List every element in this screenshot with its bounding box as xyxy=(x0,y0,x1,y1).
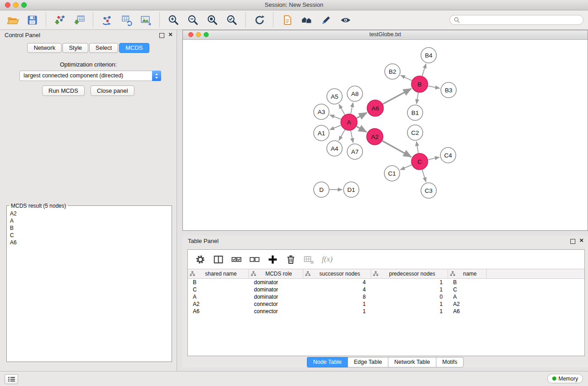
function-builder-button[interactable]: f(x) xyxy=(322,255,333,264)
import-network-file-button[interactable] xyxy=(52,12,68,28)
column-header[interactable]: name xyxy=(448,269,487,278)
close-window-button[interactable] xyxy=(5,2,10,8)
network-node-label: A7 xyxy=(351,148,359,155)
network-edge[interactable] xyxy=(428,86,440,88)
column-header[interactable]: successor nodes xyxy=(303,269,371,278)
show-columns-icon[interactable] xyxy=(213,254,224,265)
table-cell: 4 xyxy=(303,279,371,286)
network-view-window: testGlobe.txt B4B2BB3A8A5A6B1A3AC2A1A2A4… xyxy=(182,30,588,231)
main-toolbar xyxy=(0,10,588,30)
network-edge[interactable] xyxy=(428,157,440,160)
run-mcds-button[interactable]: Run MCDS xyxy=(42,86,85,96)
zoom-in-button[interactable] xyxy=(165,12,182,28)
zoom-out-icon xyxy=(187,14,199,26)
table-row[interactable]: Adominator80A xyxy=(188,293,584,300)
open-folder-icon xyxy=(7,14,19,26)
close-table-panel-button[interactable]: × xyxy=(579,236,583,244)
column-header[interactable]: shared name xyxy=(188,269,249,278)
unselect-all-icon[interactable] xyxy=(249,254,260,265)
minimize-window-button[interactable] xyxy=(13,2,19,8)
tab-style[interactable]: Style xyxy=(62,43,88,53)
float-panel-button[interactable] xyxy=(159,33,164,38)
titlebar: Session: New Session xyxy=(0,0,588,10)
memory-button[interactable]: Memory xyxy=(547,374,583,383)
tab-motifs[interactable]: Motifs xyxy=(436,357,464,367)
delete-column-icon[interactable] xyxy=(286,254,296,265)
network-edge[interactable] xyxy=(351,131,353,143)
select-all-icon[interactable] xyxy=(231,254,242,265)
network-edge[interactable] xyxy=(339,130,345,141)
network-edge[interactable] xyxy=(330,115,341,119)
network-edge[interactable] xyxy=(422,170,426,182)
criterion-dropdown[interactable]: largest connected component (directed) xyxy=(19,71,161,81)
export-image-button[interactable] xyxy=(138,12,154,28)
save-session-button[interactable] xyxy=(24,12,40,28)
column-header[interactable]: predecessor nodes xyxy=(371,269,448,278)
tab-node-table[interactable]: Node Table xyxy=(307,357,348,367)
table-cell: 1 xyxy=(303,308,371,315)
search-input[interactable] xyxy=(462,16,579,24)
add-column-icon[interactable] xyxy=(268,254,278,265)
network-close-button[interactable] xyxy=(188,32,193,37)
network-edge[interactable] xyxy=(339,104,345,114)
import-network-database-button[interactable] xyxy=(99,12,115,28)
network-node-label: A8 xyxy=(351,91,359,97)
network-node-label: B2 xyxy=(389,68,397,75)
open-session-button[interactable] xyxy=(5,12,21,28)
list-icon xyxy=(8,376,15,382)
memory-status-icon xyxy=(552,376,556,381)
zoom-fit-button[interactable] xyxy=(204,12,220,28)
tab-network[interactable]: Network xyxy=(27,43,62,53)
network-window-title: testGlobe.txt xyxy=(183,30,588,39)
network-node-label: A6 xyxy=(372,105,379,112)
network-edge[interactable] xyxy=(416,142,418,153)
apply-style-button[interactable] xyxy=(318,12,334,28)
zoom-out-button[interactable] xyxy=(185,12,201,28)
maximize-window-button[interactable] xyxy=(21,2,27,8)
network-edge[interactable] xyxy=(357,126,367,132)
network-edge[interactable] xyxy=(400,165,411,170)
network-node-label: A5 xyxy=(331,93,339,100)
column-header[interactable]: MCDS role xyxy=(249,269,303,278)
close-panel-button[interactable]: × xyxy=(168,30,172,38)
network-edge[interactable] xyxy=(401,75,412,81)
tab-edge-table[interactable]: Edge Table xyxy=(348,357,388,367)
table-header-row: shared nameMCDS rolesuccessor nodesprede… xyxy=(188,269,584,279)
table-row[interactable]: Cdominator41C xyxy=(188,286,584,293)
network-edge[interactable] xyxy=(357,113,367,118)
close-mcds-panel-button[interactable]: Close panel xyxy=(91,86,134,96)
table-row[interactable]: A6connector11A6 xyxy=(188,308,584,315)
network-edge[interactable] xyxy=(330,125,341,130)
network-edge[interactable] xyxy=(382,141,411,157)
network-edge[interactable] xyxy=(416,93,418,104)
network-edge[interactable] xyxy=(383,89,411,104)
network-node-label: C3 xyxy=(425,187,432,194)
network-node-label: C1 xyxy=(388,170,396,177)
float-table-panel-button[interactable] xyxy=(570,239,575,244)
window-title: Session: New Session xyxy=(0,0,588,10)
network-maximize-button[interactable] xyxy=(204,32,209,37)
task-history-button[interactable] xyxy=(5,374,18,384)
network-canvas[interactable]: B4B2BB3A8A5A6B1A3AC2A1A2A4A7C4CC1C3DD1 xyxy=(183,40,588,231)
show-hide-button[interactable] xyxy=(337,12,354,28)
tab-network-table[interactable]: Network Table xyxy=(388,357,436,367)
mcds-result-item: A xyxy=(10,217,168,224)
gear-icon[interactable] xyxy=(195,254,206,265)
table-row[interactable]: A2connector11A2 xyxy=(188,300,584,308)
apply-layout-button[interactable] xyxy=(251,12,268,28)
tab-mcds[interactable]: MCDS xyxy=(119,43,149,53)
search-box[interactable] xyxy=(449,15,583,25)
home-button[interactable] xyxy=(298,12,315,28)
network-edge[interactable] xyxy=(422,64,426,76)
table-cell: connector xyxy=(249,300,303,308)
table-panel-tabs: Node TableEdge TableNetwork TableMotifs xyxy=(182,357,588,367)
tab-select[interactable]: Select xyxy=(89,43,118,53)
new-network-button[interactable] xyxy=(279,12,295,28)
network-edge[interactable] xyxy=(351,103,353,114)
zoom-selected-button[interactable] xyxy=(224,12,240,28)
delete-table-icon[interactable] xyxy=(304,254,314,265)
network-minimize-button[interactable] xyxy=(196,32,201,37)
table-row[interactable]: Bdominator41B xyxy=(188,279,584,286)
import-table-file-button[interactable] xyxy=(71,12,87,28)
import-table-database-button[interactable] xyxy=(118,12,134,28)
